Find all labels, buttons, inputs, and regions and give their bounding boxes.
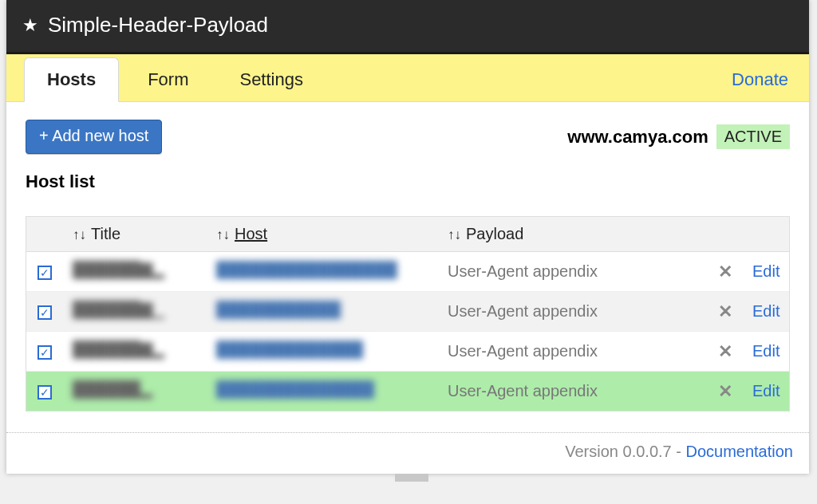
donate-link[interactable]: Donate bbox=[732, 58, 788, 101]
checkbox[interactable]: ✓ bbox=[37, 305, 52, 320]
current-host: www.camya.com bbox=[567, 127, 708, 148]
footer: Version 0.0.0.7 - Documentation bbox=[6, 432, 809, 474]
edit-link[interactable]: Edit bbox=[752, 302, 780, 320]
title-bar: ★ Simple-Header-Payload bbox=[6, 0, 809, 54]
edit-link[interactable]: Edit bbox=[752, 382, 780, 400]
row-payload: User-Agent appendix bbox=[448, 342, 598, 360]
version-label: Version bbox=[565, 443, 618, 460]
active-badge: ACTIVE bbox=[716, 124, 790, 149]
checkbox[interactable]: ✓ bbox=[37, 385, 52, 400]
sort-icon: ↑↓ bbox=[73, 227, 86, 242]
column-title[interactable]: ↑↓Title bbox=[63, 217, 207, 251]
row-title: ██████▇▂ bbox=[73, 260, 164, 279]
sort-icon: ↑↓ bbox=[448, 227, 461, 242]
star-icon: ★ bbox=[22, 15, 38, 36]
delete-icon[interactable]: ✕ bbox=[718, 301, 732, 321]
version-number: 0.0.0.7 bbox=[623, 443, 672, 460]
table-row: ✓██████▇▂█████████████User-Agent appendi… bbox=[26, 332, 789, 372]
row-payload: User-Agent appendix bbox=[448, 302, 598, 320]
row-title: ██████▇▂ bbox=[73, 340, 164, 359]
edit-link[interactable]: Edit bbox=[752, 342, 780, 360]
documentation-link[interactable]: Documentation bbox=[685, 443, 793, 460]
tab-bar: Hosts Form Settings Donate bbox=[6, 54, 809, 102]
sort-icon: ↑↓ bbox=[216, 227, 230, 242]
scrollbar-thumb[interactable] bbox=[395, 474, 428, 482]
delete-icon[interactable]: ✕ bbox=[718, 341, 732, 361]
column-payload[interactable]: ↑↓Payload bbox=[438, 217, 708, 251]
table-row: ✓██████▇▁███████████User-Agent appendix✕… bbox=[26, 292, 789, 332]
row-payload: User-Agent appendix bbox=[448, 262, 598, 280]
tab-hosts[interactable]: Hosts bbox=[24, 57, 119, 102]
row-payload: User-Agent appendix bbox=[448, 382, 598, 400]
content-area: + Add new host www.camya.com ACTIVE Host… bbox=[6, 102, 809, 426]
tab-settings[interactable]: Settings bbox=[217, 58, 326, 101]
row-host: ████████████████ bbox=[216, 261, 397, 279]
checkbox[interactable]: ✓ bbox=[37, 345, 52, 360]
delete-icon[interactable]: ✕ bbox=[718, 381, 732, 401]
row-host: █████████████ bbox=[216, 341, 363, 359]
tab-form[interactable]: Form bbox=[125, 58, 211, 101]
row-title: ██████▂ bbox=[73, 380, 152, 399]
delete-icon[interactable]: ✕ bbox=[718, 262, 732, 282]
column-host[interactable]: ↑↓Host bbox=[207, 217, 438, 251]
table-header: ↑↓Title ↑↓Host ↑↓Payload bbox=[26, 217, 789, 252]
app-title: Simple-Header-Payload bbox=[48, 13, 268, 37]
row-host: ███████████ bbox=[216, 301, 341, 319]
checkbox[interactable]: ✓ bbox=[37, 266, 52, 280]
add-host-button[interactable]: + Add new host bbox=[26, 120, 162, 154]
section-title: Host list bbox=[26, 171, 790, 192]
row-title: ██████▇▁ bbox=[73, 300, 164, 319]
table-row: ✓██████▂██████████████User-Agent appendi… bbox=[26, 372, 789, 411]
edit-link[interactable]: Edit bbox=[752, 262, 780, 280]
host-table: ↑↓Title ↑↓Host ↑↓Payload ✓██████▇▂██████… bbox=[26, 216, 790, 411]
row-host: ██████████████ bbox=[216, 380, 374, 399]
table-row: ✓██████▇▂████████████████User-Agent appe… bbox=[26, 252, 789, 292]
